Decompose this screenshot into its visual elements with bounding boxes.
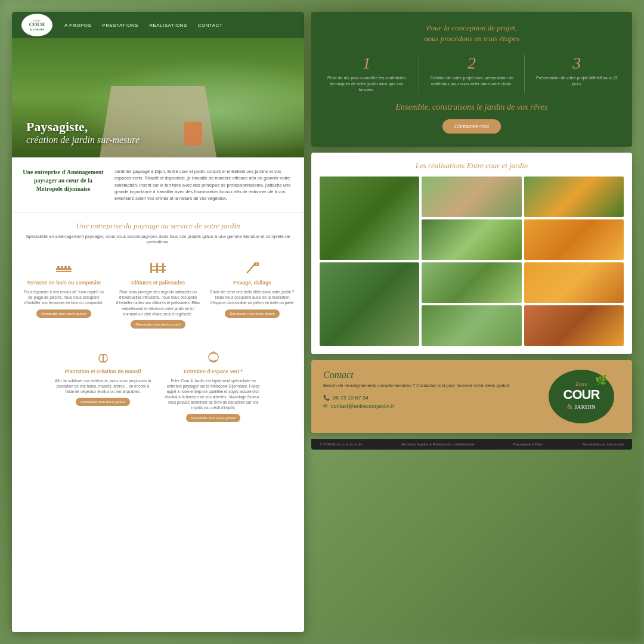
- svg-point-19: [209, 352, 218, 362]
- contact-heading: Contact: [323, 370, 531, 380]
- clotures-icon: [148, 260, 168, 277]
- steps-title: Pour la conception de projet, nous procé…: [323, 23, 620, 44]
- contact-logo-section: Contact Besoin de renseignements complém…: [311, 360, 632, 433]
- photo-3: [524, 177, 624, 217]
- navbar: Entre COUR & JARDIN A PROPOS PRESTATIONS…: [12, 12, 304, 38]
- svg-rect-4: [64, 266, 67, 268]
- svg-point-16: [256, 264, 257, 265]
- service-item-entretien: Entretien d'espace vert * Entre Cour & J…: [158, 344, 268, 428]
- footer-copyright: © 2020 Entre cour et jardin: [320, 442, 363, 446]
- service-btn-clotures[interactable]: Demander mon devis gratuit: [131, 320, 185, 329]
- svg-rect-2: [57, 266, 60, 268]
- photo-5: [524, 219, 624, 260]
- service-desc-plantation: Afin de sublimer vos extérieurs, nous vo…: [52, 378, 153, 394]
- service-desc-clotures: Pour vous protéger des regards indiscret…: [116, 289, 200, 316]
- service-btn-entretien[interactable]: Demander mon devis gratuit: [186, 414, 240, 422]
- step-number-2: 2: [428, 55, 515, 72]
- steps-section: Pour la conception de projet, nous procé…: [311, 12, 632, 147]
- svg-rect-3: [61, 266, 63, 268]
- realisations-title: Les réalisations Entre cour et jardin: [320, 161, 624, 171]
- service-name-terrasse: Terrasse en bois ou composite: [21, 280, 106, 286]
- about-section: Une entreprise d'Aménagement paysager au…: [12, 157, 304, 213]
- entretien-icon: [204, 349, 223, 366]
- contact-info: Contact Besoin de renseignements complém…: [323, 370, 531, 423]
- svg-marker-13: [162, 262, 164, 264]
- services-intro-desc: Spécialiste en aménagement paysager, nou…: [21, 234, 295, 244]
- footer-bar: © 2020 Entre cour et jardin Mentions lég…: [311, 439, 632, 450]
- nav-item-realisations[interactable]: RÉALISATIONS: [149, 23, 187, 28]
- service-item-clotures: Clôtures et palissades Pour vous protége…: [111, 255, 205, 333]
- hero-text: Paysagiste, création de jardin sur-mesur…: [26, 119, 290, 145]
- logo-area: 🌿 Entre COUR & JARDIN: [543, 370, 620, 423]
- service-desc-pavage: Envie de créer une belle allée dans votr…: [210, 289, 295, 305]
- svg-rect-0: [56, 268, 72, 270]
- email-icon: ✉: [323, 403, 328, 409]
- left-website-panel: Entre COUR & JARDIN A PROPOS PRESTATIONS…: [12, 12, 304, 632]
- svg-rect-1: [56, 271, 72, 272]
- svg-rect-6: [150, 264, 152, 273]
- step-item-1: 1 Prise de rdv pour connaître les contra…: [323, 55, 410, 92]
- service-name-clotures: Clôtures et palissades: [116, 280, 200, 286]
- service-desc-entretien: Entre Cour & Jardin est également spécia…: [163, 378, 264, 411]
- svg-marker-12: [156, 262, 158, 264]
- nav-item-contact[interactable]: CONTACT: [198, 23, 223, 28]
- steps-row: 1 Prise de rdv pour connaître les contra…: [323, 55, 620, 92]
- step-item-2: 2 Création de votre projet avec présenta…: [428, 55, 515, 92]
- service-btn-terrasse[interactable]: Demander mon devis gratuit: [36, 309, 91, 318]
- hero-title: Paysagiste,: [26, 119, 290, 135]
- nav-item-prestations[interactable]: PRESTATIONS: [102, 23, 138, 28]
- right-panel: Pour la conception de projet, nous procé…: [311, 12, 632, 632]
- logo-circle: 🌿 Entre COUR & JARDIN: [549, 370, 614, 423]
- photo-10: [524, 305, 624, 346]
- services-intro: Une entreprise du paysage au service de …: [12, 213, 304, 249]
- pavage-icon: [243, 260, 262, 277]
- photo-grid-row1: [320, 177, 624, 260]
- plantation-icon: [94, 349, 113, 366]
- contact-cta-button[interactable]: Contactez-moi: [442, 119, 501, 134]
- photo-4: [422, 219, 521, 260]
- phone-icon: 📞: [323, 395, 330, 401]
- service-btn-pavage[interactable]: Demander mon devis gratuit: [225, 309, 279, 318]
- service-item-pavage: Pavage, dallage Envie de créer une belle…: [205, 255, 299, 333]
- contact-email: ✉ contact@entrecourjardin.fr: [323, 403, 531, 409]
- nav-item-apropos[interactable]: A PROPOS: [64, 23, 91, 28]
- services-intro-title: Une entreprise du paysage au service de …: [21, 221, 295, 231]
- step-number-1: 1: [323, 55, 410, 72]
- realisations-section: Les réalisations Entre cour et jardin: [311, 153, 632, 354]
- step-desc-1: Prise de rdv pour connaître les contrain…: [323, 75, 410, 92]
- photo-2: [422, 177, 521, 217]
- ensemble-text: Ensemble, construisons le jardin de vos …: [323, 103, 620, 112]
- services-grid-row2: Plantation et création de massif Afin de…: [12, 339, 304, 432]
- service-name-pavage: Pavage, dallage: [210, 280, 295, 286]
- service-name-plantation: Plantation et création de massif: [52, 369, 153, 375]
- contact-subtext: Besoin de renseignements complémentaires…: [323, 383, 531, 389]
- photo-6: [320, 262, 419, 346]
- step-number-3: 3: [534, 55, 620, 72]
- photo-9: [422, 305, 521, 346]
- svg-line-14: [247, 264, 255, 273]
- service-desc-terrasse: Pour répondre à vos envies de "coin repa…: [21, 289, 106, 305]
- svg-rect-7: [156, 264, 158, 273]
- svg-rect-8: [162, 264, 164, 273]
- footer-credit: Site réalisé par tipiconsole: [582, 442, 624, 446]
- services-grid-row1: Terrasse en bois ou composite Pour répon…: [12, 249, 304, 339]
- photo-8: [524, 262, 624, 303]
- photo-grid-row2: [320, 262, 624, 346]
- footer-location: Paysagiste à Dijon: [513, 442, 543, 446]
- service-btn-plantation[interactable]: Demander mon devis gratuit: [76, 398, 130, 406]
- footer-mentions[interactable]: Mentions légales & Politique de confiden…: [401, 442, 474, 446]
- leaf-icon: 🌿: [595, 374, 607, 386]
- photo-1: [320, 177, 419, 260]
- terrasse-icon: [54, 260, 73, 277]
- svg-rect-10: [150, 270, 166, 271]
- service-name-entretien: Entretien d'espace vert *: [163, 369, 264, 375]
- photo-7: [422, 262, 521, 303]
- service-item-plantation: Plantation et création de massif Afin de…: [48, 344, 158, 428]
- step-desc-3: Présentation de votre projet définitif s…: [534, 75, 620, 87]
- contact-phone: 📞 06 73 10 67 34: [323, 395, 531, 401]
- nav-links: A PROPOS PRESTATIONS RÉALISATIONS CONTAC…: [64, 23, 295, 28]
- hero-section: Paysagiste, création de jardin sur-mesur…: [12, 38, 304, 157]
- about-title: Une entreprise d'Aménagement paysager au…: [21, 168, 105, 202]
- hero-subtitle: création de jardin sur-mesure: [26, 135, 290, 145]
- svg-marker-11: [150, 262, 152, 264]
